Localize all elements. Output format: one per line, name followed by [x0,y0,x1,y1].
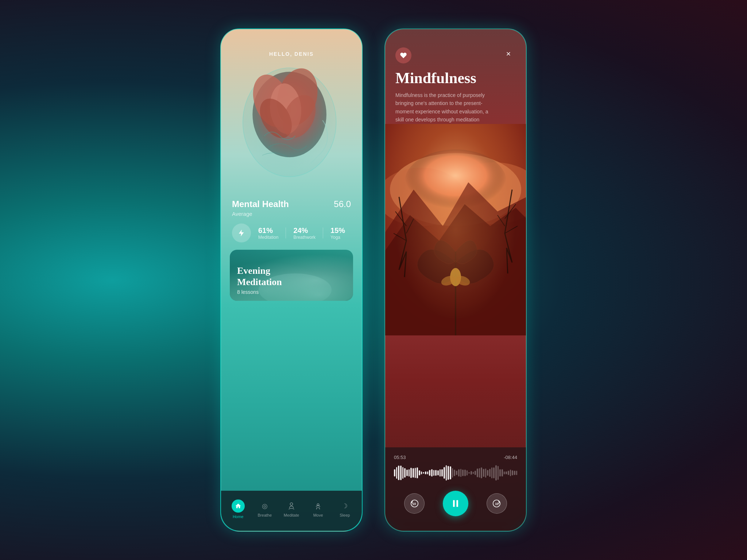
wave-bar [481,467,482,479]
wave-bar [448,466,449,480]
svg-rect-20 [453,500,455,507]
wave-bar [394,469,395,477]
wave-bar [410,468,412,478]
wave-bar [512,470,513,475]
nav-meditate-label: Meditate [284,513,299,517]
wave-bar [458,469,460,477]
greeting-text: HELLO, DENIS [221,29,362,57]
wave-bar [485,468,487,478]
svg-point-9 [317,503,319,506]
evening-lessons: 8 lessons [237,289,346,295]
wave-bar [425,471,426,474]
pause-button[interactable] [443,491,468,516]
mindfulness-header: Mindfulness Mindfulness is the practice … [385,29,526,124]
phone-mindfulness: × Mindfulness Mindfulness is the practic… [384,28,527,532]
wave-bar [446,465,447,480]
close-button[interactable]: × [502,47,515,61]
lightning-icon [232,223,251,242]
stat-meditation: 61% Meditation [258,226,278,240]
player-times: 05:53 -08:44 [394,455,517,460]
wave-bar [441,469,443,476]
bottom-nav: Home ◎ Breathe Meditate Mov [221,491,362,531]
wave-bar [402,467,404,479]
nav-home[interactable]: Home [227,499,249,519]
wave-bar [468,472,470,474]
wave-bar [404,468,406,478]
nav-meditate[interactable]: Meditate [280,501,302,517]
stat-yoga: 15% Yoga [330,226,345,240]
nav-sleep[interactable]: ☽ Sleep [334,501,356,517]
wave-bar [491,467,493,478]
evening-title: EveningMeditation [237,265,346,288]
wave-bar [516,471,517,475]
wave-bar [479,468,480,478]
nav-breathe-label: Breathe [258,513,272,517]
stat-divider-2 [323,228,323,238]
wave-bar [437,470,439,475]
wave-bar [454,470,455,476]
wave-bar [398,466,399,480]
wave-bar [483,469,484,477]
wave-bar [514,471,515,475]
wave-bar [506,471,507,474]
player-section: 05:53 -08:44 10 [385,447,526,531]
wave-bar [396,467,398,479]
stat-divider-1 [286,228,286,238]
nav-move[interactable]: Move [307,501,329,517]
wave-bar [429,470,430,476]
sleep-icon: ☽ [340,501,350,511]
nav-sleep-label: Sleep [340,513,350,517]
svg-text:10: 10 [413,502,416,506]
wave-bar [452,468,453,478]
wave-bar [493,467,495,479]
wave-bar [406,470,408,476]
landscape-overlay [385,124,526,335]
wave-bar [450,466,451,479]
wave-bar [473,472,474,474]
wave-bar [423,472,424,474]
wave-bar [502,469,503,477]
move-icon [313,501,323,511]
wave-bar [431,469,433,477]
waveform[interactable] [394,464,517,482]
home-icon [232,499,245,513]
evening-meditation-card[interactable]: EveningMeditation 8 lessons [230,250,353,301]
wave-bar [475,471,476,475]
mindfulness-title: Mindfulness [395,69,516,87]
nav-home-label: Home [233,514,243,519]
wave-bar [413,468,414,478]
mindfulness-description: Mindfulness is the practice of purposely… [395,91,498,124]
breathe-icon: ◎ [260,501,270,511]
rewind-button[interactable]: 10 [404,493,425,514]
player-controls: 10 10 [394,491,517,516]
wave-bar [409,469,410,477]
wave-bar [464,470,466,476]
wave-bar [495,465,497,481]
stat-breathwork: 24% Breathwork [293,226,316,240]
mental-health-score: 56.0 [334,199,351,209]
remaining-time: -08:44 [504,455,517,460]
nav-move-label: Move [313,513,323,517]
mental-health-section: Mental Health 56.0 Average 61% Meditatio… [221,199,362,242]
wave-bar [433,470,435,476]
wave-bar [427,471,429,474]
wave-bar [400,466,402,480]
wave-bar [419,470,420,475]
wave-bar [415,468,416,478]
landscape-image [385,124,526,335]
brain-illustration [233,57,350,195]
wave-bar [467,470,468,475]
mental-health-title: Mental Health [232,199,289,209]
svg-rect-21 [456,500,458,507]
wave-bar [440,469,441,477]
nav-breathe[interactable]: ◎ Breathe [254,501,276,517]
forward-button[interactable]: 10 [487,493,507,514]
wave-bar [444,467,445,479]
stats-row: 61% Meditation 24% Breathwork 15% Yoga [232,223,351,242]
evening-card-content: EveningMeditation 8 lessons [230,259,353,301]
wave-bar [508,471,509,475]
wave-bar [462,470,464,476]
wave-bar [421,471,422,475]
phone-home: HELLO, DENIS [220,28,363,532]
mental-health-subtitle: Average [232,211,351,217]
